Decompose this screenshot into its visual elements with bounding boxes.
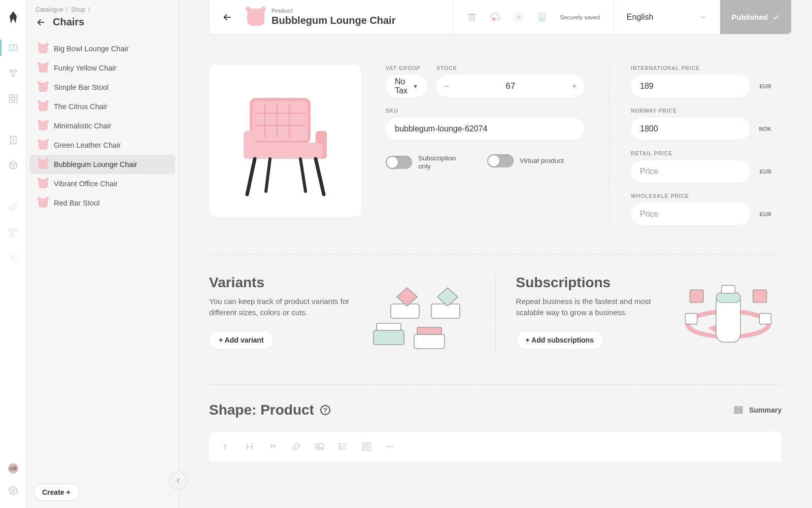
nav-link[interactable] — [0, 196, 26, 218]
add-subscriptions-button[interactable]: + Add subscriptions — [516, 330, 603, 350]
svg-rect-35 — [716, 293, 740, 303]
ab-badge[interactable]: A/B — [8, 463, 18, 473]
svg-point-49 — [339, 449, 341, 450]
crumb-shop[interactable]: Shop — [71, 6, 85, 13]
delete-icon[interactable] — [466, 12, 478, 23]
product-icon — [39, 141, 48, 150]
product-image[interactable] — [209, 65, 361, 217]
create-button[interactable]: Create + — [33, 484, 79, 501]
subscriptions-block: Subscriptions Repeat business is the fas… — [495, 275, 782, 356]
list-item[interactable]: Big Bowl Lounge Chair — [29, 39, 175, 58]
subscription-only-toggle[interactable]: Subscription only — [386, 154, 469, 171]
tool-list-icon[interactable] — [338, 442, 348, 452]
svg-rect-4 — [9, 95, 12, 98]
tool-grid-icon[interactable] — [361, 442, 371, 452]
language-value: English — [627, 13, 653, 22]
retail-price-input[interactable] — [631, 160, 751, 183]
tool-link-icon[interactable] — [291, 442, 301, 452]
svg-rect-43 — [735, 412, 742, 414]
svg-rect-51 — [367, 443, 370, 446]
sidebar-back-button[interactable] — [36, 17, 47, 28]
nav-media[interactable] — [0, 62, 26, 84]
intl-price-input[interactable] — [631, 75, 751, 97]
nav-gear-icon[interactable] — [0, 482, 26, 500]
tool-image-icon[interactable] — [315, 442, 325, 452]
list-item[interactable]: Green Leather Chair — [29, 136, 175, 155]
nav-grid[interactable] — [0, 87, 26, 110]
svg-rect-52 — [363, 448, 366, 451]
list-item[interactable]: Minimalistic Chair — [29, 116, 175, 136]
norway-price-currency: NOK — [750, 119, 781, 139]
page-header: Product Bubblegum Lounge Chair Securely … — [209, 0, 792, 35]
svg-point-2 — [14, 70, 16, 72]
product-icon — [39, 179, 48, 188]
nav-orders[interactable] — [0, 129, 26, 151]
nav-box[interactable] — [0, 154, 26, 177]
stock-label: STOCK — [436, 65, 585, 71]
variants-title: Variants — [209, 275, 356, 291]
product-icon — [39, 102, 48, 111]
unpublish-icon[interactable] — [490, 12, 501, 23]
product-type-icon — [247, 9, 264, 26]
doc-saved-icon — [536, 12, 548, 23]
subscriptions-title: Subscriptions — [516, 275, 663, 291]
wholesale-price-currency: EUR — [750, 204, 781, 224]
tool-text-icon[interactable]: T — [221, 442, 231, 452]
stock-stepper[interactable]: − + — [436, 75, 585, 97]
svg-rect-13 — [469, 15, 475, 21]
nav-catalogue[interactable] — [0, 37, 26, 59]
sku-input[interactable] — [386, 118, 585, 140]
list-item[interactable]: Funky Yellow Chair — [29, 58, 175, 78]
vat-group-label: VAT GROUP — [386, 65, 427, 71]
list-item[interactable]: Simple Bar Stool — [29, 78, 175, 97]
wholesale-price-input[interactable] — [631, 203, 751, 225]
svg-rect-7 — [14, 99, 17, 103]
page-title: Bubblegum Lounge Chair — [272, 14, 395, 26]
svg-point-12 — [12, 490, 14, 492]
publish-status-button[interactable]: Published — [720, 0, 791, 34]
list-item[interactable]: Red Bar Stool — [29, 193, 175, 213]
crystallize-logo[interactable] — [6, 10, 20, 24]
virtual-product-toggle[interactable]: Virtual product — [487, 154, 564, 167]
caret-down-icon: ▼ — [413, 83, 418, 89]
header-back-button[interactable] — [210, 0, 245, 34]
svg-point-1 — [10, 70, 12, 72]
product-icon — [39, 160, 48, 169]
svg-point-11 — [12, 257, 14, 259]
increment-button[interactable]: + — [564, 81, 585, 92]
settings-icon[interactable] — [513, 12, 524, 23]
decrement-button[interactable]: − — [436, 81, 457, 92]
norway-price-input[interactable] — [631, 118, 751, 140]
nav-shapes[interactable] — [0, 221, 26, 244]
svg-rect-40 — [759, 313, 771, 324]
stock-input[interactable] — [457, 81, 564, 91]
help-icon[interactable]: ? — [320, 405, 330, 415]
add-variant-button[interactable]: + Add variant — [209, 330, 274, 350]
tool-divider-icon[interactable] — [385, 442, 395, 452]
svg-point-3 — [12, 74, 14, 77]
list-item[interactable]: Bubblegum Lounge Chair — [29, 155, 175, 174]
product-icon — [39, 44, 48, 53]
subscriptions-illustration — [675, 275, 782, 356]
list-item[interactable]: The Citrus Chair — [29, 97, 175, 116]
svg-rect-38 — [753, 290, 767, 302]
tool-quote-icon[interactable] — [268, 442, 278, 452]
crumb-catalogue[interactable]: Catalogue — [36, 6, 63, 13]
icon-rail: A/B — [0, 0, 26, 508]
svg-rect-50 — [363, 443, 366, 446]
svg-rect-6 — [9, 99, 12, 103]
language-selector[interactable]: English — [613, 0, 720, 34]
wholesale-price-label: WHOLESALE PRICE — [631, 193, 782, 199]
svg-rect-28 — [377, 323, 401, 330]
nav-settings-icon[interactable] — [0, 247, 26, 269]
svg-rect-41 — [735, 407, 742, 409]
norway-price-label: NORWAY PRICE — [631, 108, 782, 114]
summary-link[interactable]: Summary — [733, 404, 782, 416]
svg-rect-39 — [686, 313, 697, 324]
list-item[interactable]: Vibrant Office Chair — [29, 174, 175, 193]
svg-rect-9 — [9, 229, 13, 232]
svg-rect-5 — [14, 95, 17, 98]
tool-heading-icon[interactable] — [245, 442, 255, 452]
vat-group-select[interactable]: No Tax ▼ — [386, 75, 427, 97]
svg-rect-29 — [414, 334, 445, 349]
